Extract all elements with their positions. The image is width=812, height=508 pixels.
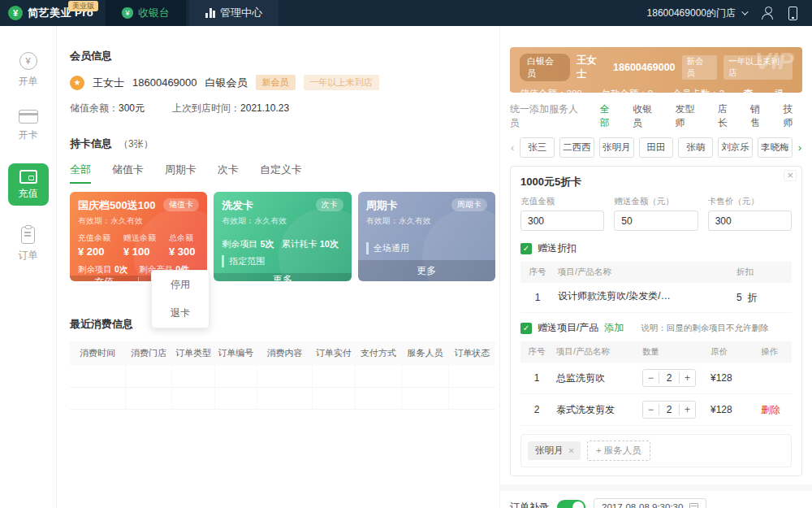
sidebar-item-open-bill[interactable]: ¥ 开单 — [19, 52, 38, 89]
minus-button[interactable]: − — [643, 372, 659, 384]
tab-admin-label: 管理中心 — [220, 6, 262, 20]
gift-amount-input[interactable] — [614, 211, 698, 231]
visit-label: 上次到店时间： — [172, 102, 240, 114]
store-selector[interactable]: 18600469000的门店 — [647, 7, 746, 20]
new-member-badge: 新会员 — [256, 75, 296, 90]
card-recharge-button[interactable]: 充值 — [70, 276, 138, 281]
card-more-button[interactable]: 更多 — [358, 264, 495, 278]
close-icon[interactable]: × — [784, 170, 797, 181]
remove-staff-icon[interactable]: ✕ — [568, 446, 575, 455]
card-type-tabs: 全部 储值卡 周期卡 次卡 自定义卡 — [70, 163, 495, 184]
sidebar-item-recharge[interactable]: 充值 — [8, 163, 49, 206]
card-tab-period[interactable]: 周期卡 — [165, 163, 197, 184]
sidebar-item-orders[interactable]: 订单 — [19, 227, 38, 263]
recharge-amount-label: 充值金额 — [520, 196, 604, 207]
discount-checkbox[interactable]: ✓ — [520, 243, 532, 254]
add-gift-link[interactable]: 添加 — [604, 321, 624, 335]
order-makeup-toggle[interactable] — [557, 500, 585, 508]
add-staff-button[interactable]: + 服务人员 — [587, 441, 650, 461]
member-level-icon: ★ — [70, 76, 84, 90]
card-type-badge: 次卡 — [316, 198, 343, 211]
col-header: 支付方式 — [355, 341, 402, 365]
vip-watermark: VIP — [755, 47, 794, 75]
staff-filter-all[interactable]: 全部 — [600, 102, 619, 130]
card-price-input[interactable] — [708, 211, 792, 231]
gift-items-table: 序号 项目/产品名称 数量 原价 操作 1 总监洗剪吹 − 2 + — [520, 341, 792, 426]
staff-chip[interactable]: 田田 — [639, 137, 674, 158]
staff-chip[interactable]: 张三 — [520, 137, 555, 158]
user-icon[interactable] — [761, 7, 774, 20]
staff-filter-stylist[interactable]: 发型师 — [675, 102, 703, 130]
card-tab-stored[interactable]: 储值卡 — [112, 163, 144, 184]
card-type-badge: 储值卡 — [163, 198, 199, 211]
recharge-order-panel: × 1000元5折卡 充值金额 赠送金额（元） 卡售价（元） ✓ 赠送折扣 序号 — [510, 166, 802, 476]
cards-count-label: 会员卡数： — [672, 89, 719, 93]
col-header: 折扣 — [733, 262, 792, 283]
gift-amount-label: 赠送金额（元） — [614, 196, 698, 207]
quantity-value: 2 — [659, 404, 680, 415]
device-icon[interactable] — [788, 7, 797, 20]
staff-filter-cashier[interactable]: 收银员 — [633, 102, 661, 130]
tab-cashier[interactable]: ¥ 收银台 — [106, 0, 186, 26]
row-no: 1 — [520, 363, 553, 394]
exit-member-link[interactable]: 退出 — [775, 88, 793, 93]
table-row — [70, 387, 495, 409]
moneybag-icon: ¥ — [122, 7, 133, 19]
item-name: 设计师款洗剪吹/染发类/韩式洗剪吹… — [558, 289, 680, 303]
used-label: 累计耗卡 — [282, 239, 317, 249]
card-tab-times[interactable]: 次卡 — [218, 163, 239, 184]
clipboard-icon — [21, 227, 35, 244]
checkout-panel: VIP 白银会员 王女士 18600469000 新会员 一年以上未到店 储值金… — [499, 26, 812, 508]
quantity-value: 2 — [659, 372, 680, 384]
card-tab-all[interactable]: 全部 — [70, 163, 91, 184]
item-name: 泰式洗发剪发 — [553, 394, 639, 426]
recent-consumption-title: 最近消费信息 — [70, 317, 495, 332]
sidebar-item-open-card[interactable]: 开卡 — [19, 110, 38, 142]
view-link[interactable]: 查看 — [744, 88, 762, 93]
top-bar: ¥ 简艺美业 Pro 美业版 ¥ 收银台 管理中心 18600469000的门店 — [0, 0, 812, 26]
staff-chip[interactable]: 张萌 — [678, 137, 713, 158]
card-validity: 有效期：永久有效 — [222, 215, 343, 227]
tab-admin-center[interactable]: 管理中心 — [189, 0, 279, 26]
staff-filter-manager[interactable]: 店长 — [718, 102, 736, 130]
tab-cashier-label: 收银台 — [138, 6, 170, 20]
chevron-left-icon[interactable]: ‹ — [510, 141, 515, 154]
col-header: 服务人员 — [402, 341, 449, 365]
staff-chip[interactable]: 李晓梅 — [758, 137, 793, 158]
staff-chip[interactable]: 刘京乐 — [718, 137, 753, 158]
date-picker[interactable]: 2017-08-08 9:30:30 — [594, 498, 706, 508]
member-card-times: 洗发卡 次卡 有效期：永久有效 剩余项目 5次 累计耗卡 10次 指定范围 更多 — [214, 192, 351, 281]
staff-chip[interactable]: 张明月 — [599, 137, 634, 158]
plus-button[interactable]: + — [680, 404, 695, 415]
discount-value: 5 — [736, 292, 742, 303]
card-scope: 指定范围 — [222, 255, 343, 267]
table-row — [70, 365, 495, 387]
delete-link[interactable]: 删除 — [761, 404, 780, 415]
staff-tag: 张明月 ✕ — [528, 441, 581, 460]
gift-items-checkbox[interactable]: ✓ — [520, 323, 532, 334]
stat-value: ¥ 300 — [169, 245, 196, 258]
col-header: 序号 — [520, 262, 555, 283]
bill-icon: ¥ — [19, 52, 37, 70]
main-content: 会员信息 ★ 王女士 18600469000 白银会员 新会员 一年以上未到店 … — [57, 26, 499, 508]
recharge-amount-input[interactable] — [520, 211, 604, 231]
staff-filter-sales[interactable]: 销售 — [750, 102, 769, 130]
menu-item-refund[interactable]: 退卡 — [152, 299, 209, 328]
app-logo: ¥ 简艺美业 Pro 美业版 — [0, 0, 106, 26]
menu-item-disable[interactable]: 停用 — [152, 271, 209, 299]
card-more-button[interactable]: 更多 — [214, 273, 351, 281]
minus-button[interactable]: − — [643, 404, 659, 415]
cards-title: 持卡信息 — [70, 137, 112, 151]
discount-unit: 折 — [747, 292, 757, 303]
col-header: 订单实付 — [313, 341, 355, 365]
table-row: 1 设计师款洗剪吹/染发类/韩式洗剪吹… 5 折 — [520, 283, 792, 313]
member-card-period: 周期卡 周期卡 有效期：永久有效 全场通用 更多 — [358, 192, 495, 281]
card-tab-custom[interactable]: 自定义卡 — [260, 163, 302, 184]
plus-button[interactable]: + — [680, 372, 695, 384]
stat-label: 赠送余额 — [123, 232, 156, 244]
chevron-right-icon[interactable]: › — [797, 141, 802, 154]
staff-filter-technician[interactable]: 技师 — [784, 102, 802, 130]
date-value: 2017-08-08 9:30:30 — [602, 502, 683, 508]
item-price: ¥128 — [707, 363, 758, 394]
staff-chip[interactable]: 二西西 — [559, 137, 594, 158]
